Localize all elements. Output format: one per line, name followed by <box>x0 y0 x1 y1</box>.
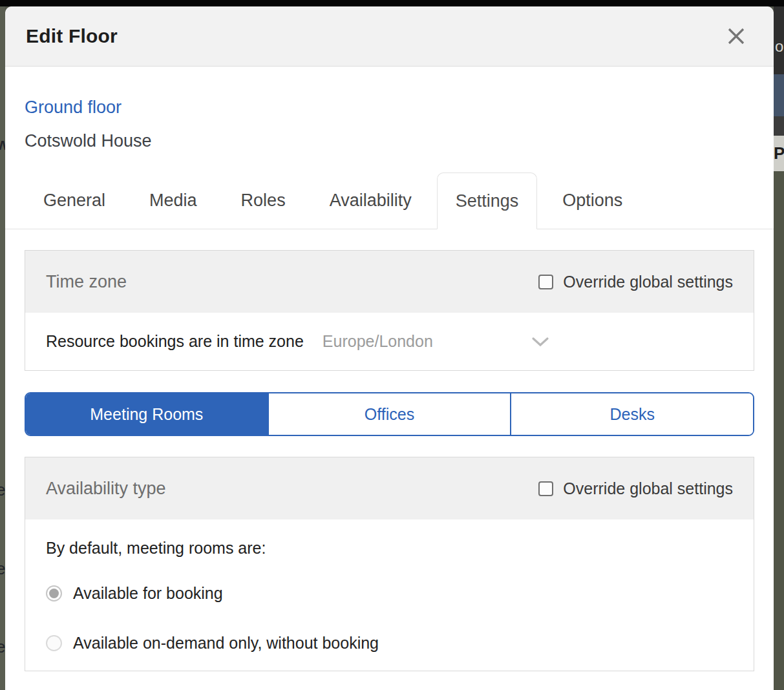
timezone-card-header: Time zone Override global settings <box>25 251 754 313</box>
radio-option-on-demand-only[interactable]: Available on-demand only, without bookin… <box>46 634 733 653</box>
tab-options[interactable]: Options <box>544 172 641 229</box>
timezone-override-checkbox[interactable] <box>538 275 553 289</box>
timezone-card: Time zone Override global settings Resou… <box>25 250 754 371</box>
tab-availability[interactable]: Availability <box>311 172 430 229</box>
availability-type-card: Availability type Override global settin… <box>25 457 754 671</box>
timezone-card-title: Time zone <box>46 272 538 292</box>
edit-floor-dialog: Edit Floor Ground floor Cotswold House G… <box>5 6 774 690</box>
backdrop-text-fragment: P <box>774 136 784 171</box>
availability-card-title: Availability type <box>46 479 538 499</box>
floor-name-link[interactable]: Ground floor <box>25 98 122 118</box>
segment-meeting-rooms[interactable]: Meeting Rooms <box>26 393 268 435</box>
radio-option-available-for-booking[interactable]: Available for booking <box>46 584 733 603</box>
chevron-down-icon <box>531 335 550 348</box>
backdrop-text-fragment: o <box>775 37 783 56</box>
dialog-header: Edit Floor <box>5 6 774 67</box>
dialog-body: Ground floor Cotswold House General Medi… <box>5 98 774 671</box>
dialog-tabs: General Media Roles Availability Setting… <box>5 172 774 229</box>
timezone-row-label: Resource bookings are in time zone <box>46 332 304 351</box>
close-icon <box>726 26 746 46</box>
backdrop-band <box>774 74 784 116</box>
availability-prompt: By default, meeting rooms are: <box>46 539 733 558</box>
segment-offices[interactable]: Offices <box>268 393 511 435</box>
timezone-override-label: Override global settings <box>563 273 733 291</box>
availability-override-label: Override global settings <box>563 479 733 498</box>
dialog-title: Edit Floor <box>26 25 722 47</box>
radio-button-unselected[interactable] <box>46 635 62 651</box>
availability-card-body: By default, meeting rooms are: Available… <box>25 519 754 671</box>
tab-roles[interactable]: Roles <box>222 172 304 229</box>
backdrop-text-fragment: e <box>0 637 5 657</box>
building-name: Cotswold House <box>25 131 754 151</box>
radio-button-selected[interactable] <box>46 585 62 601</box>
radio-label: Available on-demand only, without bookin… <box>73 634 379 653</box>
backdrop-right-strip: P o <box>774 6 784 690</box>
backdrop-text-fragment: w <box>0 134 5 154</box>
segment-desks[interactable]: Desks <box>510 393 753 435</box>
timezone-select[interactable]: Europe/London <box>323 332 550 351</box>
tab-general[interactable]: General <box>25 172 124 229</box>
backdrop-text-fragment: : <box>0 677 1 690</box>
availability-card-header: Availability type Override global settin… <box>25 457 754 519</box>
close-button[interactable] <box>722 22 750 50</box>
radio-label: Available for booking <box>73 584 223 603</box>
resource-type-segmented-control: Meeting Rooms Offices Desks <box>25 392 754 436</box>
tab-media[interactable]: Media <box>131 172 216 229</box>
timezone-row: Resource bookings are in time zone Europ… <box>25 313 754 370</box>
timezone-selected-value: Europe/London <box>323 332 531 351</box>
availability-override-control[interactable]: Override global settings <box>538 479 733 498</box>
backdrop-left-strip: w i e e e : <box>0 6 5 690</box>
backdrop-band <box>774 116 784 136</box>
backdrop-text-fragment: e <box>0 559 5 579</box>
backdrop-top-strip <box>0 0 784 6</box>
tab-settings[interactable]: Settings <box>437 172 538 229</box>
timezone-override-control[interactable]: Override global settings <box>538 273 733 291</box>
backdrop-text-fragment: e <box>0 480 5 500</box>
availability-override-checkbox[interactable] <box>538 481 553 496</box>
